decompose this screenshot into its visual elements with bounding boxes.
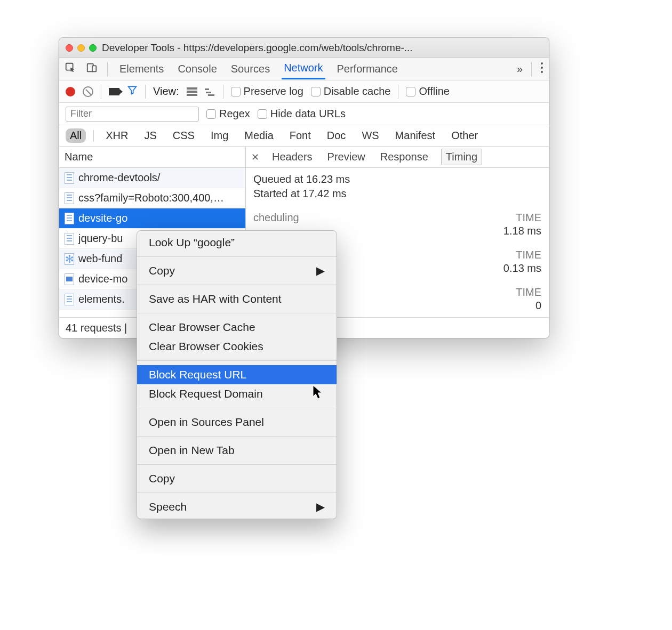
svg-rect-8 <box>187 94 197 96</box>
titlebar: Developer Tools - https://developers.goo… <box>59 38 549 58</box>
ctx-block-request-domain[interactable]: Block Request Domain <box>137 384 337 403</box>
request-name: web-fund <box>78 253 122 265</box>
request-type-filter-row: All XHR JS CSS Img Media Font Doc WS Man… <box>59 125 549 147</box>
section-head: cheduling <box>253 212 299 224</box>
request-name: css?family=Roboto:300,400,… <box>78 192 224 204</box>
filter-js[interactable]: JS <box>140 128 161 143</box>
details-tabbar: ✕ Headers Preview Response Timing <box>246 147 549 168</box>
request-name: jquery-bu <box>78 232 123 245</box>
close-details-button[interactable]: ✕ <box>251 151 259 163</box>
tab-headers[interactable]: Headers <box>270 149 315 165</box>
filter-manifest[interactable]: Manifest <box>391 128 440 143</box>
preserve-log-checkbox[interactable]: Preserve log <box>231 85 303 98</box>
ctx-block-request-url[interactable]: Block Request URL <box>137 365 337 384</box>
regex-checkbox[interactable]: Regex <box>206 108 250 120</box>
time-col-label: TIME <box>516 212 541 224</box>
filter-toggle-icon[interactable] <box>127 85 138 98</box>
time-col-label: TIME <box>516 249 541 261</box>
device-toolbar-icon[interactable] <box>86 62 98 76</box>
regex-label: Regex <box>219 108 250 120</box>
document-icon <box>65 233 74 245</box>
document-icon <box>65 213 74 224</box>
inspect-element-icon[interactable] <box>65 62 76 76</box>
image-icon <box>65 273 74 285</box>
record-button[interactable] <box>66 87 75 96</box>
ctx-copy[interactable]: Copy <box>137 469 337 488</box>
request-row[interactable]: css?family=Roboto:300,400,… <box>59 188 245 208</box>
filter-all[interactable]: All <box>66 128 86 143</box>
context-menu: Look Up “google” Copy▶ Save as HAR with … <box>137 230 337 519</box>
filter-media[interactable]: Media <box>240 128 277 143</box>
large-rows-icon[interactable] <box>187 87 197 96</box>
tab-console[interactable]: Console <box>175 60 219 78</box>
main-tabbar: Elements Console Sources Network Perform… <box>59 58 549 80</box>
ctx-open-new-tab[interactable]: Open in New Tab <box>137 441 337 460</box>
ctx-copy-submenu[interactable]: Copy▶ <box>137 261 337 280</box>
tab-response[interactable]: Response <box>378 149 430 165</box>
preserve-log-label: Preserve log <box>244 85 303 98</box>
tabs-overflow-icon[interactable]: » <box>517 63 523 75</box>
request-row-selected[interactable]: devsite-go <box>59 208 245 229</box>
tab-preview[interactable]: Preview <box>325 149 367 165</box>
zoom-window-button[interactable] <box>89 44 97 52</box>
separator <box>93 130 94 142</box>
svg-point-3 <box>541 62 543 64</box>
tab-performance[interactable]: Performance <box>335 60 401 78</box>
svg-rect-6 <box>187 87 197 90</box>
clear-button[interactable] <box>83 86 93 97</box>
request-row[interactable]: chrome-devtools/ <box>59 168 245 188</box>
filter-ws[interactable]: WS <box>357 128 383 143</box>
ctx-speech-submenu[interactable]: Speech▶ <box>137 497 337 516</box>
filter-doc[interactable]: Doc <box>323 128 350 143</box>
svg-rect-7 <box>187 91 197 93</box>
svg-rect-2 <box>92 66 96 71</box>
disable-cache-checkbox[interactable]: Disable cache <box>311 85 391 98</box>
kebab-menu-icon[interactable] <box>540 62 543 76</box>
ctx-lookup[interactable]: Look Up “google” <box>137 233 337 252</box>
gear-icon: ✻ <box>65 253 74 265</box>
ctx-open-sources[interactable]: Open in Sources Panel <box>137 413 337 432</box>
window-title: Developer Tools - https://developers.goo… <box>102 42 542 54</box>
filter-row: Regex Hide data URLs <box>59 103 549 125</box>
filter-other[interactable]: Other <box>447 128 482 143</box>
network-toolbar: View: Preserve log Disable cache Offline <box>59 80 549 103</box>
separator <box>398 85 398 99</box>
tab-elements[interactable]: Elements <box>117 60 166 78</box>
name-column-header[interactable]: Name <box>59 147 245 168</box>
document-icon <box>65 172 74 184</box>
chevron-right-icon: ▶ <box>316 264 325 277</box>
ctx-save-har[interactable]: Save as HAR with Content <box>137 289 337 309</box>
offline-checkbox[interactable]: Offline <box>406 85 449 98</box>
hide-data-urls-checkbox[interactable]: Hide data URLs <box>258 108 346 120</box>
svg-rect-11 <box>208 94 214 96</box>
close-window-button[interactable] <box>66 44 73 52</box>
svg-point-4 <box>541 67 543 69</box>
tab-network[interactable]: Network <box>282 59 325 79</box>
filter-xhr[interactable]: XHR <box>101 128 132 143</box>
ctx-clear-cache[interactable]: Clear Browser Cache <box>137 318 337 337</box>
timing-value: 0.13 ms <box>503 262 541 274</box>
status-text: 41 requests | <box>66 322 127 334</box>
filter-input[interactable] <box>66 107 199 122</box>
started-text: Started at 17.42 ms <box>253 188 541 200</box>
queued-text: Queued at 16.23 ms <box>253 173 541 185</box>
time-col-label: TIME <box>516 286 541 298</box>
separator <box>145 85 146 99</box>
minimize-window-button[interactable] <box>77 44 85 52</box>
document-icon <box>65 192 74 204</box>
filter-img[interactable]: Img <box>206 128 233 143</box>
hide-data-urls-label: Hide data URLs <box>270 108 346 120</box>
overview-icon[interactable] <box>205 87 215 96</box>
request-name: elements. <box>78 293 125 305</box>
tab-sources[interactable]: Sources <box>229 60 272 78</box>
screenshot-icon[interactable] <box>109 88 119 95</box>
filter-font[interactable]: Font <box>285 128 315 143</box>
timing-value: 1.18 ms <box>503 225 541 237</box>
ctx-clear-cookies[interactable]: Clear Browser Cookies <box>137 337 337 356</box>
window-controls <box>66 44 97 52</box>
request-name: chrome-devtools/ <box>78 172 160 184</box>
filter-css[interactable]: CSS <box>169 128 199 143</box>
tab-timing[interactable]: Timing <box>441 149 482 165</box>
request-name: devsite-go <box>78 212 127 224</box>
request-name: device-mo <box>78 273 127 285</box>
